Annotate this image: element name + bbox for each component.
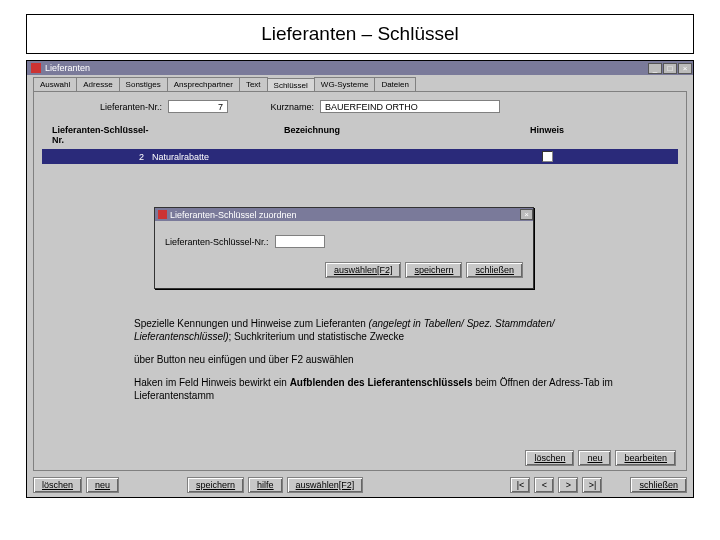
bottom-schliessen-button[interactable]: schließen bbox=[630, 477, 687, 493]
bottom-neu-button[interactable]: neu bbox=[86, 477, 119, 493]
dialog-schliessen-button[interactable]: schließen bbox=[466, 262, 523, 278]
grid-loeschen-button[interactable]: löschen bbox=[525, 450, 574, 466]
row-nr: 2 bbox=[42, 152, 152, 162]
info-text: Spezielle Kennungen und Hinweise zum Lie… bbox=[134, 317, 626, 412]
kurzname-label: Kurzname: bbox=[234, 102, 314, 112]
bottom-bar: löschen neu speichern hilfe auswählen[F2… bbox=[33, 477, 687, 493]
grid-bearbeiten-button[interactable]: bearbeiten bbox=[615, 450, 676, 466]
row-hinweis-checkbox[interactable]: ✓ bbox=[542, 151, 553, 162]
maximize-button[interactable]: □ bbox=[663, 63, 677, 74]
tab-sonstiges[interactable]: Sonstiges bbox=[119, 77, 168, 91]
tab-schluessel[interactable]: Schlüssel bbox=[267, 78, 315, 92]
dialog-auswaehlen-button[interactable]: auswählen[F2] bbox=[325, 262, 402, 278]
dialog-icon bbox=[158, 210, 167, 219]
nav-first-button[interactable]: |< bbox=[510, 477, 530, 493]
bottom-hilfe-button[interactable]: hilfe bbox=[248, 477, 283, 493]
col-schluessel-nr: Lieferanten-Schlüssel-Nr. bbox=[42, 125, 152, 145]
close-button[interactable]: × bbox=[678, 63, 692, 74]
dialog-titlebar: Lieferanten-Schlüssel zuordnen × bbox=[155, 208, 533, 221]
tab-ansprechpartner[interactable]: Ansprechpartner bbox=[167, 77, 240, 91]
dialog-title: Lieferanten-Schlüssel zuordnen bbox=[170, 210, 297, 220]
grid-neu-button[interactable]: neu bbox=[578, 450, 611, 466]
app-icon bbox=[31, 63, 41, 73]
titlebar: Lieferanten _ □ × bbox=[27, 61, 693, 75]
assign-dialog: Lieferanten-Schlüssel zuordnen × Liefera… bbox=[154, 207, 534, 289]
bottom-auswaehlen-button[interactable]: auswählen[F2] bbox=[287, 477, 364, 493]
minimize-button[interactable]: _ bbox=[648, 63, 662, 74]
col-hinweis: Hinweis bbox=[472, 125, 622, 145]
window-title: Lieferanten bbox=[45, 63, 90, 73]
nav-next-button[interactable]: > bbox=[558, 477, 578, 493]
tab-dateien[interactable]: Dateien bbox=[374, 77, 416, 91]
tab-row: Auswahl Adresse Sonstiges Ansprechpartne… bbox=[27, 75, 693, 91]
row-bezeichnung: Naturalrabatte bbox=[152, 152, 472, 162]
bottom-speichern-button[interactable]: speichern bbox=[187, 477, 244, 493]
nav-prev-button[interactable]: < bbox=[534, 477, 554, 493]
dialog-close-button[interactable]: × bbox=[520, 209, 533, 220]
tab-text[interactable]: Text bbox=[239, 77, 268, 91]
tab-content: Lieferanten-Nr.: 7 Kurzname: BAUERFEIND … bbox=[33, 91, 687, 471]
tab-wg-systeme[interactable]: WG-Systeme bbox=[314, 77, 376, 91]
app-window: Lieferanten _ □ × Auswahl Adresse Sonsti… bbox=[26, 60, 694, 498]
nav-last-button[interactable]: >| bbox=[582, 477, 602, 493]
kurzname-field[interactable]: BAUERFEIND ORTHO bbox=[320, 100, 500, 113]
slide-title: Lieferanten – Schlüssel bbox=[26, 14, 694, 54]
dialog-schluessel-input[interactable] bbox=[275, 235, 325, 248]
bottom-loeschen-button[interactable]: löschen bbox=[33, 477, 82, 493]
dialog-field-label: Lieferanten-Schlüssel-Nr.: bbox=[165, 237, 269, 247]
dialog-speichern-button[interactable]: speichern bbox=[405, 262, 462, 278]
col-bezeichnung: Bezeichnung bbox=[152, 125, 472, 145]
lieferanten-nr-field[interactable]: 7 bbox=[168, 100, 228, 113]
table-row[interactable]: 2 Naturalrabatte ✓ bbox=[42, 149, 678, 164]
lieferanten-nr-label: Lieferanten-Nr.: bbox=[72, 102, 162, 112]
tab-adresse[interactable]: Adresse bbox=[76, 77, 119, 91]
column-headers: Lieferanten-Schlüssel-Nr. Bezeichnung Hi… bbox=[42, 121, 678, 149]
tab-auswahl[interactable]: Auswahl bbox=[33, 77, 77, 91]
